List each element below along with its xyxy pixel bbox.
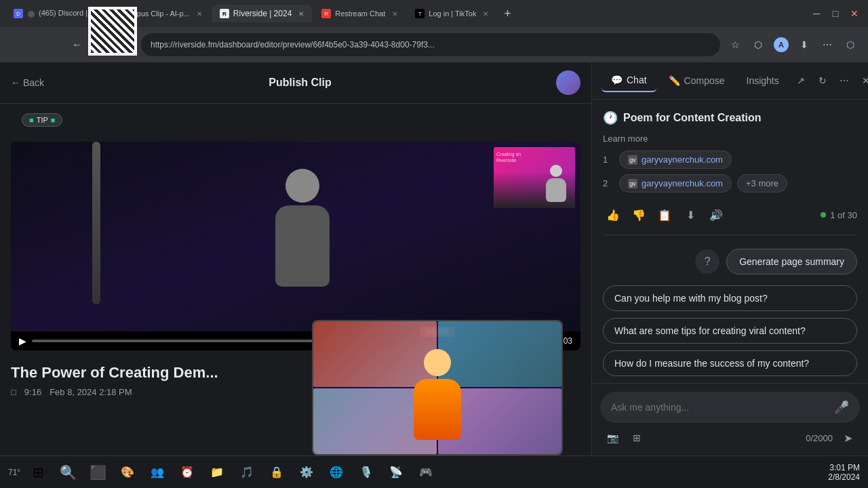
gamebar-button[interactable]: 🎮 (414, 460, 438, 485)
extensions-icon[interactable]: ⬡ (749, 35, 768, 54)
content-duration: 9:16 (24, 387, 41, 397)
new-tab-button[interactable]: + (498, 4, 517, 23)
close-chat-button[interactable]: ✕ (856, 71, 868, 90)
tab-chat[interactable]: 💬 Chat (601, 69, 656, 92)
tip-label: TIP (37, 116, 48, 124)
suggestion-viral-button[interactable]: What are some tips for creating viral co… (603, 318, 857, 344)
generate-area: ? Generate page summary (603, 249, 857, 274)
chat-content: 🕐 Poem for Content Creation Learn more 1… (592, 100, 868, 383)
chat-input[interactable] (611, 402, 829, 413)
tab-riverside[interactable]: R Riverside | 2024 ✕ (212, 5, 313, 22)
more-options-btn[interactable]: ⋯ (835, 71, 854, 90)
tab-riverside-label: Riverside | 2024 (233, 9, 292, 18)
video-player: Creating onRiverside ▶ ▶ 00:00 / 01:03 (11, 142, 580, 350)
close-window-button[interactable]: ✕ (846, 5, 863, 22)
status-dot (821, 212, 826, 218)
taskbar-app-1[interactable]: 🎵 (235, 460, 259, 485)
riverside-favicon: R (220, 9, 229, 18)
play-pause-icon[interactable]: ▶ (19, 336, 26, 346)
taskbar-app-2[interactable]: 🔒 (264, 460, 289, 485)
content-icon: □ (11, 387, 16, 397)
profile-icon[interactable]: A (772, 35, 791, 54)
back-nav-button[interactable]: ← (68, 35, 87, 54)
clock: 3:01 PM 2/8/2024 (828, 463, 860, 482)
source-num-1: 1 (603, 155, 614, 165)
chat-input-area: 🎤 📷 ⊞ 0/2000 ➤ (592, 383, 868, 455)
mic-icon[interactable]: 🎤 (834, 400, 849, 415)
search-button[interactable]: 🔍 (56, 460, 80, 485)
thumbs-up-button[interactable]: 👍 (603, 205, 623, 225)
copy-button[interactable]: 📋 (654, 205, 675, 225)
teams-button[interactable]: 👥 (145, 460, 170, 485)
window-controls: ─ □ ✕ (808, 5, 863, 22)
tab-insights[interactable]: Insights (737, 70, 789, 92)
browser-taskbar[interactable]: 🌐 (324, 460, 349, 485)
taskview-button[interactable]: ⬛ (85, 460, 110, 485)
files-button[interactable]: 📁 (205, 460, 229, 485)
url-bar[interactable]: https://riverside.fm/dashboard/editor/pr… (141, 33, 720, 56)
colorpicker-button[interactable]: 🎨 (115, 460, 140, 485)
taskbar-date: 2/8/2024 (828, 472, 860, 482)
count-label: 1 of 30 (830, 210, 857, 220)
start-button[interactable]: ⊞ (26, 460, 50, 485)
tab-riverside-close[interactable]: ✕ (298, 10, 304, 18)
more-sources-button[interactable]: +3 more (737, 174, 787, 192)
tab-tiktok-close[interactable]: ✕ (483, 10, 488, 18)
temperature-badge: 71° (8, 468, 20, 477)
input-box: 🎤 (600, 392, 860, 423)
more-options-icon[interactable]: ⋯ (818, 35, 837, 54)
summary-title: Poem for Content Creation (623, 112, 762, 124)
recording-button[interactable]: 🎙️ (354, 460, 378, 485)
source-num-2: 2 (603, 178, 614, 188)
tiktok-favicon: T (415, 9, 425, 18)
minimize-button[interactable]: ─ (808, 5, 825, 22)
download-button[interactable]: ⬇ (680, 205, 701, 225)
bookmark-icon[interactable]: ☆ (726, 35, 745, 54)
tab-opus-close[interactable]: ✕ (197, 10, 202, 18)
svg-point-0 (28, 11, 35, 18)
summary-header: 🕐 Poem for Content Creation (603, 110, 857, 125)
send-button[interactable]: ➤ (838, 428, 857, 447)
discord-favicon: D (14, 9, 23, 18)
video-thumbnail: Creating onRiverside ▶ (11, 142, 580, 331)
source-link-1[interactable]: gv garyvaynerchuk.com (619, 150, 732, 169)
back-button[interactable]: ← Back (11, 77, 44, 88)
floating-video-bg: ON AIR (313, 321, 561, 454)
refresh-icon[interactable]: ↻ (813, 71, 832, 90)
address-bar: ← → ↻ https://riverside.fm/dashboard/edi… (0, 27, 868, 62)
open-external-icon[interactable]: ↗ (791, 71, 810, 90)
tip-badge: ■ TIP ■ (0, 104, 591, 136)
thumbs-down-button[interactable]: 👎 (629, 205, 649, 225)
compose-tab-label: Compose (684, 75, 725, 86)
tab-compose[interactable]: ✏️ Compose (659, 70, 734, 92)
taskbar-app-3[interactable]: ⚙️ (294, 460, 319, 485)
source-link-2[interactable]: gv garyvaynerchuk.com (619, 174, 732, 192)
tab-restream-close[interactable]: ✕ (392, 10, 397, 18)
suggestion-blog-button[interactable]: Can you help me with my blog post? (603, 285, 857, 311)
extension-icon[interactable]: ⬡ (841, 35, 860, 54)
timer-button[interactable]: ⏰ (175, 460, 199, 485)
back-arrow-icon: ← (11, 77, 20, 88)
downloads-icon[interactable]: ⬇ (795, 35, 814, 54)
learn-more-label: Learn more (603, 134, 857, 144)
maximize-button[interactable]: □ (827, 5, 844, 22)
source-url-1: garyvaynerchuk.com (642, 155, 723, 165)
floating-video-overlay: ON AIR (312, 320, 563, 455)
taskbar-time: 3:01 PM (828, 463, 860, 472)
suggestion-measure-button[interactable]: How do I measure the success of my conte… (603, 350, 857, 376)
source-url-2: garyvaynerchuk.com (642, 178, 723, 188)
generate-summary-button[interactable]: Generate page summary (726, 249, 857, 274)
clock-icon: 🕐 (603, 110, 618, 125)
source-favicon-1: gv (628, 155, 637, 165)
region-select-icon[interactable]: ⊞ (627, 428, 646, 447)
tab-discord-label: (465) Discord | (27, 9, 87, 18)
streaming-button[interactable]: 📡 (384, 460, 408, 485)
screenshot-icon[interactable]: 📷 (603, 428, 622, 447)
action-bar: 👍 👎 📋 ⬇ 🔊 1 of 30 (603, 202, 857, 235)
tab-tiktok[interactable]: T Log in | TikTok ✕ (407, 5, 496, 22)
suggestion-buttons: Can you help me with my blog post? What … (603, 285, 857, 376)
taskbar: 71° ⊞ 🔍 ⬛ 🎨 👥 ⏰ 📁 🎵 🔒 ⚙️ 🌐 🎙️ 📡 🎮 3:01 P… (0, 455, 868, 488)
volume-button[interactable]: 🔊 (706, 205, 726, 225)
overlay-thumbnail: Creating onRiverside (494, 147, 575, 208)
tab-restream[interactable]: R Restream Chat ✕ (313, 5, 406, 22)
